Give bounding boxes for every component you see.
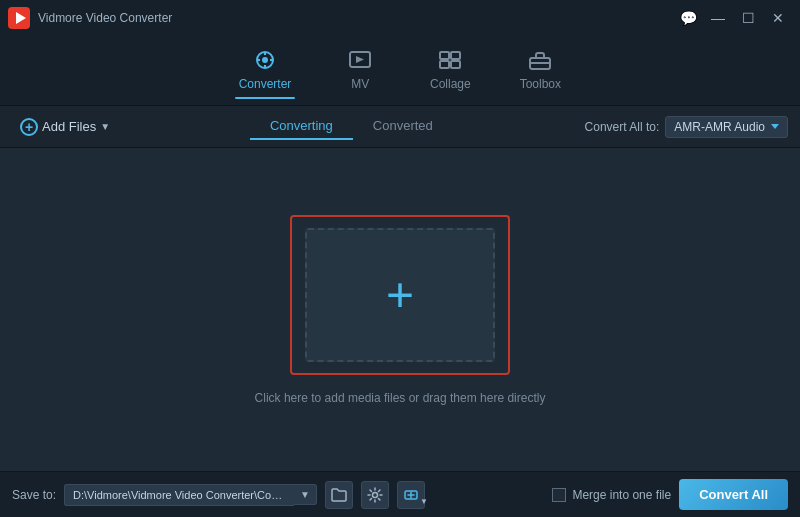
toolbar: + Add Files ▼ Converting Converted Conve…: [0, 106, 800, 148]
folder-icon: [331, 488, 347, 502]
merge-checkbox-group: Merge into one file: [552, 488, 671, 502]
format-dropdown[interactable]: AMR-AMR Audio: [665, 116, 788, 138]
tab-mv-label: MV: [351, 77, 369, 91]
convert-all-to: Convert All to: AMR-AMR Audio: [585, 116, 788, 138]
svg-rect-11: [440, 61, 449, 68]
tab-toolbox[interactable]: Toolbox: [495, 42, 585, 99]
drop-hint: Click here to add media files or drag th…: [255, 391, 546, 405]
converter-icon: [253, 50, 277, 73]
settings2-arrow: ▼: [420, 497, 428, 506]
tab-toolbox-label: Toolbox: [520, 77, 561, 91]
tab-converter[interactable]: Converter: [215, 42, 316, 99]
maximize-button[interactable]: ☐: [734, 4, 762, 32]
format-arrow-icon: [771, 124, 779, 129]
toolbox-icon: [528, 50, 552, 73]
drop-zone-inner[interactable]: +: [305, 228, 495, 362]
subtab-converted-label: Converted: [373, 118, 433, 133]
convert-all-button[interactable]: Convert All: [679, 479, 788, 510]
svg-rect-9: [440, 52, 449, 59]
drop-zone-outer[interactable]: +: [290, 215, 510, 375]
titlebar-left: Vidmore Video Converter: [8, 7, 172, 29]
subtab-converted[interactable]: Converted: [353, 113, 453, 140]
mv-icon: [348, 50, 372, 73]
svg-rect-12: [451, 61, 460, 68]
format-value: AMR-AMR Audio: [674, 120, 765, 134]
tab-collage[interactable]: Collage: [405, 42, 495, 99]
svg-point-3: [262, 57, 268, 63]
tab-mv[interactable]: MV: [315, 42, 405, 99]
svg-rect-10: [451, 52, 460, 59]
merge-checkbox[interactable]: [552, 488, 566, 502]
folder-icon-btn[interactable]: [325, 481, 353, 509]
tab-converter-label: Converter: [239, 77, 292, 91]
drop-plus-icon: +: [386, 271, 414, 319]
add-files-button[interactable]: + Add Files ▼: [12, 114, 118, 140]
settings1-icon-btn[interactable]: [361, 481, 389, 509]
tab-collage-label: Collage: [430, 77, 471, 91]
save-path-dropdown-arrow[interactable]: ▼: [294, 484, 317, 505]
sub-tab-group: Converting Converted: [118, 113, 584, 140]
minimize-button[interactable]: —: [704, 4, 732, 32]
collage-icon: [438, 50, 462, 73]
svg-point-15: [372, 492, 377, 497]
titlebar: Vidmore Video Converter 💬 — ☐ ✕: [0, 0, 800, 36]
bottombar: Save to: D:\Vidmore\Vidmore Video Conver…: [0, 471, 800, 517]
settings2-icon-btn[interactable]: ▼: [397, 481, 425, 509]
main-content: + Click here to add media files or drag …: [0, 148, 800, 471]
add-plus-icon: +: [20, 118, 38, 136]
app-logo: [8, 7, 30, 29]
add-files-label: Add Files: [42, 119, 96, 134]
settings2-icon: [403, 487, 419, 503]
titlebar-controls: 💬 — ☐ ✕: [674, 4, 792, 32]
subtab-converting-label: Converting: [270, 118, 333, 133]
merge-label: Merge into one file: [572, 488, 671, 502]
save-to-label: Save to:: [12, 488, 56, 502]
convert-all-to-label: Convert All to:: [585, 120, 660, 134]
subtab-converting[interactable]: Converting: [250, 113, 353, 140]
add-files-arrow: ▼: [100, 121, 110, 132]
save-path-input[interactable]: D:\Vidmore\Vidmore Video Converter\Conve…: [64, 484, 294, 506]
save-path-box: D:\Vidmore\Vidmore Video Converter\Conve…: [64, 484, 317, 506]
app-title: Vidmore Video Converter: [38, 11, 172, 25]
nav-tabs: Converter MV Collage: [0, 36, 800, 106]
message-button[interactable]: 💬: [674, 4, 702, 32]
close-button[interactable]: ✕: [764, 4, 792, 32]
settings1-icon: [367, 487, 383, 503]
